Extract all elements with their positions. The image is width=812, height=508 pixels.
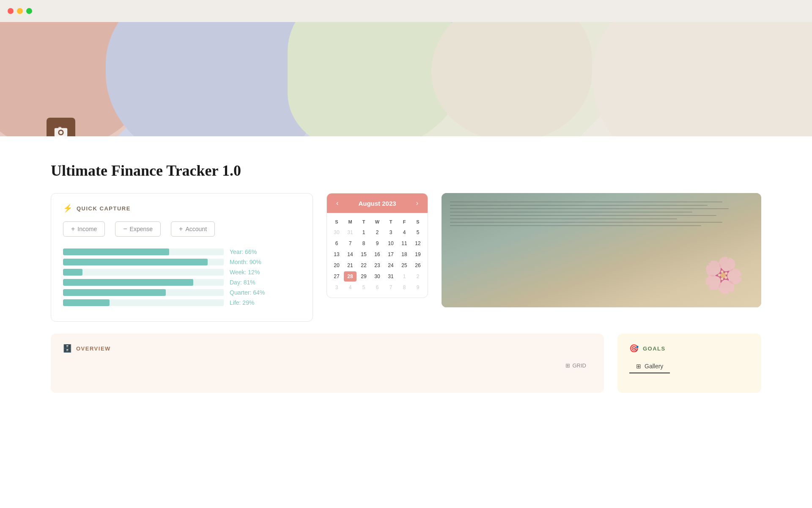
plus-icon: + (71, 225, 75, 233)
calendar-day[interactable]: 19 (411, 249, 424, 260)
calendar-week-row: 272829303112 (330, 271, 424, 282)
calendar-day-header: S (330, 217, 343, 226)
calendar-day[interactable]: 14 (344, 249, 357, 260)
grid-icon: ⊞ (565, 362, 570, 369)
overview-card: 🗄️ OVERVIEW ⊞ GRID (51, 334, 604, 393)
progress-bar-fill (63, 259, 208, 265)
progress-label: Year: 66% (230, 248, 268, 255)
calendar-day[interactable]: 10 (384, 238, 397, 248)
minus-icon: − (123, 225, 127, 233)
calendar-day[interactable]: 8 (398, 282, 411, 293)
progress-bar-fill (63, 248, 169, 255)
calendar-day[interactable]: 1 (357, 227, 370, 237)
quick-capture-label: QUICK CAPTURE (77, 205, 131, 212)
gallery-button[interactable]: ⊞ Gallery (629, 360, 670, 373)
calendar-day[interactable]: 21 (344, 260, 357, 271)
svg-point-2 (59, 131, 63, 134)
calendar-day[interactable]: 24 (384, 260, 397, 271)
page-icon (47, 118, 75, 136)
calendar-day[interactable]: 23 (371, 260, 384, 271)
calendar-day[interactable]: 9 (411, 282, 424, 293)
calendar-day[interactable]: 7 (384, 282, 397, 293)
progress-label: Quarter: 64% (230, 289, 268, 296)
calendar-day[interactable]: 5 (357, 282, 370, 293)
calendar-day[interactable]: 2 (411, 271, 424, 282)
minimize-button[interactable] (17, 8, 23, 14)
calendar-day[interactable]: 22 (357, 260, 370, 271)
content-row: ⚡ QUICK CAPTURE + Income − Expense + Acc… (51, 193, 761, 322)
calendar-day[interactable]: 2 (371, 227, 384, 237)
account-label: Account (185, 226, 207, 232)
calendar-day[interactable]: 6 (371, 282, 384, 293)
photo-placeholder: 🌸 (442, 193, 761, 307)
goals-header: 🎯 GOALS (629, 344, 749, 353)
calendar-day[interactable]: 31 (344, 227, 357, 237)
progress-label: Life: 29% (230, 299, 268, 306)
calendar-day-header: T (384, 217, 397, 226)
progress-bar-fill (63, 279, 193, 286)
close-button[interactable] (8, 8, 14, 14)
calendar-day[interactable]: 3 (330, 282, 343, 293)
calendar-day-header: T (357, 217, 370, 226)
calendar-day[interactable]: 13 (330, 249, 343, 260)
expense-button[interactable]: − Expense (115, 221, 161, 237)
calendar-day[interactable]: 17 (384, 249, 397, 260)
calendar-day-header: F (398, 217, 411, 226)
progress-label: Week: 12% (230, 269, 268, 276)
plus-icon-2: + (179, 225, 183, 233)
calendar-day[interactable]: 9 (371, 238, 384, 248)
calendar-day[interactable]: 31 (384, 271, 397, 282)
calendar-day[interactable]: 15 (357, 249, 370, 260)
calendar-day[interactable]: 12 (411, 238, 424, 248)
income-label: Income (77, 226, 97, 232)
progress-bar-wrap (63, 269, 224, 276)
calendar-day[interactable]: 7 (344, 238, 357, 248)
progress-bar-wrap (63, 289, 224, 296)
progress-row: Week: 12% (63, 269, 301, 276)
photo-card: 🌸 (442, 193, 761, 307)
calendar-day[interactable]: 6 (330, 238, 343, 248)
calendar-day[interactable]: 18 (398, 249, 411, 260)
maximize-button[interactable] (26, 8, 32, 14)
calendar-week-row: 3456789 (330, 282, 424, 293)
calendar-day[interactable]: 20 (330, 260, 343, 271)
calendar-day[interactable]: 27 (330, 271, 343, 282)
calendar-day[interactable]: 30 (330, 227, 343, 237)
income-button[interactable]: + Income (63, 221, 105, 237)
grid-button[interactable]: ⊞ GRID (560, 360, 593, 371)
calendar-day[interactable]: 8 (357, 238, 370, 248)
hero-blob-5 (592, 22, 812, 136)
calendar-day[interactable]: 3 (384, 227, 397, 237)
calendar-day[interactable]: 30 (371, 271, 384, 282)
calendar-day[interactable]: 5 (411, 227, 424, 237)
calendar-day[interactable]: 4 (398, 227, 411, 237)
calendar-day[interactable]: 29 (357, 271, 370, 282)
calendar-day[interactable]: 11 (398, 238, 411, 248)
calendar-day[interactable]: 1 (398, 271, 411, 282)
finance-icon (53, 124, 69, 136)
svg-rect-3 (58, 127, 61, 129)
calendar-prev-button[interactable]: ‹ (334, 199, 341, 208)
calendar-next-button[interactable]: › (414, 199, 421, 208)
main-content: Ultimate Finance Tracker 1.0 ⚡ QUICK CAP… (0, 136, 812, 410)
progress-row: Month: 90% (63, 259, 301, 265)
calendar-day-header: S (411, 217, 424, 226)
calendar-day-header: M (344, 217, 357, 226)
quick-capture-header: ⚡ QUICK CAPTURE (63, 204, 301, 213)
progress-section: Year: 66%Month: 90%Week: 12%Day: 81%Quar… (63, 248, 301, 306)
calendar-day[interactable]: 26 (411, 260, 424, 271)
calendar-day[interactable]: 25 (398, 260, 411, 271)
calendar-day[interactable]: 4 (344, 282, 357, 293)
calendar-day[interactable]: 16 (371, 249, 384, 260)
calendar-today[interactable]: 28 (344, 271, 357, 282)
expense-label: Expense (130, 226, 153, 232)
capture-buttons: + Income − Expense + Account (63, 221, 301, 237)
calendar-grid: SMTWTFS303112345678910111213141516171819… (327, 213, 428, 298)
progress-row: Life: 29% (63, 299, 301, 306)
calendar-week-row: 303112345 (330, 227, 424, 237)
overview-inner: ⊞ GRID (63, 360, 592, 371)
calendar-month-year: August 2023 (358, 200, 396, 207)
progress-label: Day: 81% (230, 279, 268, 286)
lightning-icon: ⚡ (63, 204, 72, 213)
account-button[interactable]: + Account (171, 221, 215, 237)
